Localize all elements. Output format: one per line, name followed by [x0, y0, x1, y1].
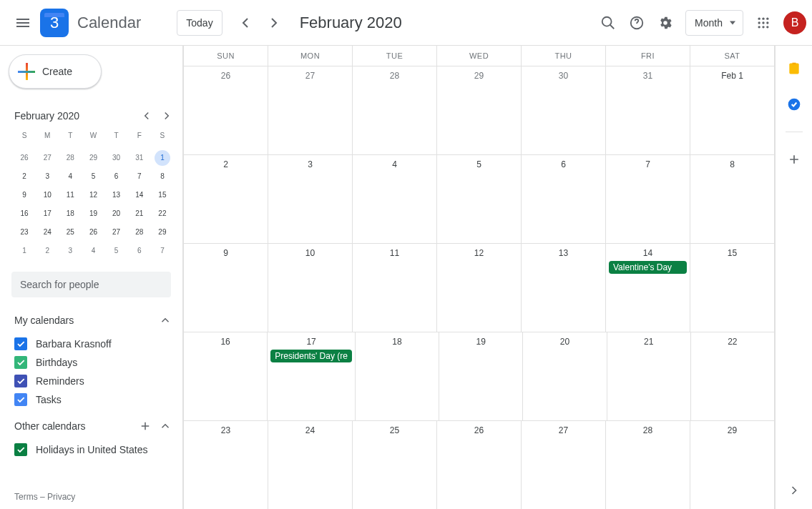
mini-day-cell[interactable]: 29 [82, 149, 104, 167]
my-calendars-toggle[interactable] [155, 310, 175, 330]
calendar-item[interactable]: Tasks [0, 390, 182, 409]
calendar-item[interactable]: Barbara Krasnoff [0, 335, 182, 353]
day-cell[interactable]: 20 [523, 332, 607, 420]
other-calendars-toggle[interactable] [155, 416, 175, 436]
mini-day-cell[interactable]: 13 [105, 186, 128, 204]
create-button[interactable]: Create [9, 54, 102, 89]
mini-day-cell[interactable]: 1 [13, 242, 36, 260]
day-cell[interactable]: 3 [268, 155, 353, 243]
side-panel-collapse-button[interactable] [780, 476, 808, 505]
mini-day-cell[interactable]: 12 [82, 186, 104, 204]
mini-day-cell[interactable]: 19 [82, 204, 104, 223]
mini-day-cell[interactable]: 28 [128, 223, 151, 242]
mini-day-cell[interactable]: 11 [59, 186, 82, 204]
day-cell[interactable]: 31 [606, 66, 690, 154]
mini-next-button[interactable] [157, 106, 177, 126]
search-button[interactable] [594, 9, 622, 37]
main-menu-button[interactable] [9, 9, 37, 37]
other-calendars-header[interactable]: Other calendars [0, 409, 182, 440]
day-cell[interactable]: 22 [691, 332, 775, 420]
calendar-checkbox[interactable] [14, 393, 27, 406]
mini-day-cell[interactable]: 3 [36, 167, 59, 186]
calendar-checkbox[interactable] [14, 375, 27, 387]
mini-day-cell[interactable]: 14 [128, 186, 151, 204]
calendar-item[interactable]: Birthdays [0, 353, 182, 372]
day-cell[interactable]: 30 [522, 66, 606, 154]
day-cell[interactable]: 13 [522, 244, 606, 332]
my-calendars-header[interactable]: My calendars [0, 303, 182, 335]
terms-link[interactable]: Terms [14, 492, 38, 502]
mini-day-cell[interactable]: 27 [105, 223, 128, 242]
event-chip[interactable]: Presidents' Day (re [270, 350, 352, 362]
day-cell[interactable]: 10 [268, 244, 353, 332]
day-cell[interactable]: 7 [606, 155, 690, 243]
help-button[interactable] [622, 9, 651, 37]
mini-day-cell[interactable]: 21 [128, 204, 151, 223]
day-cell[interactable]: 28 [606, 421, 690, 509]
day-cell[interactable]: 16 [184, 332, 268, 420]
settings-button[interactable] [651, 9, 680, 37]
add-addon-button[interactable] [781, 147, 807, 172]
mini-day-cell[interactable]: 2 [13, 167, 36, 186]
mini-day-cell[interactable]: 3 [59, 242, 82, 260]
day-cell[interactable]: 15 [690, 244, 775, 332]
calendar-checkbox[interactable] [14, 443, 27, 456]
mini-day-cell[interactable]: 5 [105, 242, 128, 260]
prev-month-button[interactable] [231, 9, 260, 37]
day-cell[interactable]: 12 [437, 244, 522, 332]
day-cell[interactable]: 24 [268, 421, 353, 509]
mini-day-cell[interactable]: 22 [151, 204, 174, 223]
add-other-calendar-button[interactable] [135, 416, 155, 436]
view-selector[interactable]: Month [685, 10, 743, 36]
mini-day-cell[interactable]: 6 [105, 167, 128, 186]
day-cell[interactable]: 8 [690, 155, 775, 243]
search-people-box[interactable] [11, 272, 171, 297]
mini-day-cell[interactable]: 9 [13, 186, 36, 204]
mini-day-cell[interactable]: 16 [13, 204, 36, 223]
calendar-checkbox[interactable] [14, 356, 27, 369]
day-cell[interactable]: 26 [437, 421, 522, 509]
mini-day-cell[interactable]: 23 [13, 223, 36, 242]
mini-day-cell[interactable]: 26 [13, 149, 36, 167]
mini-day-cell[interactable]: 6 [128, 242, 151, 260]
calendar-item[interactable]: Reminders [0, 372, 182, 390]
mini-day-cell[interactable]: 28 [59, 149, 82, 167]
day-cell[interactable]: 29 [437, 66, 522, 154]
day-cell[interactable]: 5 [437, 155, 522, 243]
mini-day-cell[interactable]: 1 [151, 149, 174, 167]
day-cell[interactable]: 29 [690, 421, 775, 509]
mini-day-cell[interactable]: 4 [59, 167, 82, 186]
calendar-item[interactable]: Holidays in United States [0, 440, 182, 459]
account-avatar[interactable]: B [783, 11, 806, 34]
mini-day-cell[interactable]: 18 [59, 204, 82, 223]
day-cell[interactable]: 28 [353, 66, 437, 154]
mini-prev-button[interactable] [137, 106, 157, 126]
mini-day-cell[interactable]: 7 [151, 242, 174, 260]
day-cell[interactable]: 14Valentine's Day [606, 244, 690, 332]
day-cell[interactable]: 25 [353, 421, 437, 509]
mini-day-cell[interactable]: 29 [151, 223, 174, 242]
event-chip[interactable]: Valentine's Day [609, 261, 687, 274]
day-cell[interactable]: 27 [268, 66, 353, 154]
mini-day-cell[interactable]: 4 [82, 242, 104, 260]
mini-day-cell[interactable]: 31 [128, 149, 151, 167]
mini-day-cell[interactable]: 8 [151, 167, 174, 186]
day-cell[interactable]: 6 [522, 155, 606, 243]
next-month-button[interactable] [260, 9, 288, 37]
calendar-checkbox[interactable] [14, 337, 27, 350]
today-button[interactable]: Today [177, 10, 222, 36]
keep-app-button[interactable] [781, 56, 807, 81]
day-cell[interactable]: Feb 1 [690, 66, 775, 154]
day-cell[interactable]: 27 [522, 421, 606, 509]
day-cell[interactable]: 23 [184, 421, 268, 509]
mini-day-cell[interactable]: 24 [36, 223, 59, 242]
mini-day-cell[interactable]: 15 [151, 186, 174, 204]
mini-day-cell[interactable]: 17 [36, 204, 59, 223]
tasks-app-button[interactable] [781, 92, 807, 117]
day-cell[interactable]: 9 [184, 244, 268, 332]
apps-button[interactable] [749, 9, 778, 37]
mini-day-cell[interactable]: 7 [128, 167, 151, 186]
mini-day-cell[interactable]: 26 [82, 223, 104, 242]
mini-day-cell[interactable]: 30 [105, 149, 128, 167]
search-people-input[interactable] [20, 279, 162, 290]
